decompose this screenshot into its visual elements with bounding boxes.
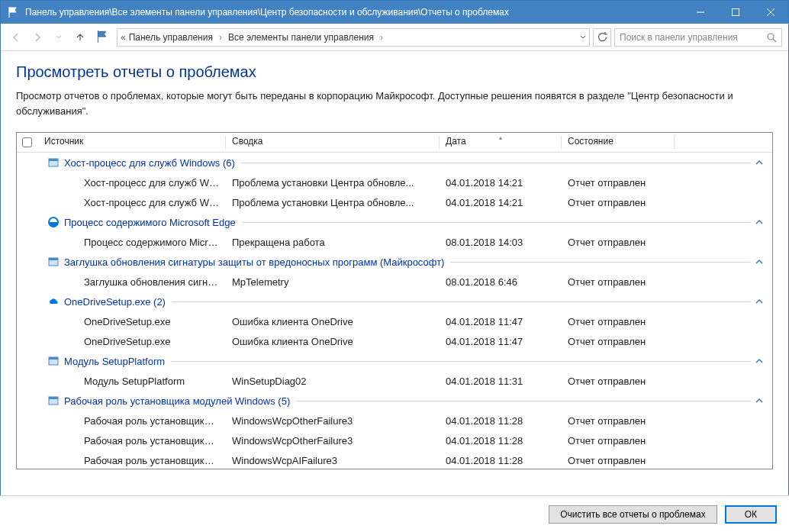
table-row[interactable]: Рабочая роль установщика м...WindowsWcpO… [17, 430, 772, 450]
maximize-button[interactable] [718, 1, 753, 24]
cell-summary: Проблема установки Центра обновле... [226, 197, 440, 208]
cell-date: 04.01.2018 11:47 [440, 336, 562, 347]
recent-dropdown[interactable] [50, 28, 68, 47]
cell-status: Отчет отправлен [562, 197, 675, 208]
back-button[interactable] [7, 28, 25, 47]
page-title: Просмотреть отчеты о проблемах [16, 63, 773, 81]
cell-date: 04.01.2018 14:21 [440, 197, 562, 208]
group-line [296, 401, 751, 401]
cell-summary: Ошибка клиента OneDrive [226, 316, 440, 327]
search-icon [766, 32, 777, 43]
search-placeholder: Поиск в панели управления [620, 32, 738, 43]
group-line [241, 163, 751, 163]
app-icon [47, 355, 60, 367]
app-icon [47, 395, 60, 407]
breadcrumb-item[interactable]: Все элементы панели управления [228, 32, 374, 43]
column-summary[interactable]: Сводка [226, 136, 440, 150]
svg-rect-10 [49, 397, 58, 399]
table-row[interactable]: OneDriveSetup.exeОшибка клиента OneDrive… [17, 331, 772, 351]
column-source[interactable]: Источник [38, 136, 226, 150]
cell-summary: Проблема установки Центра обновле... [226, 177, 440, 189]
chevron-right-icon: › [216, 32, 225, 43]
svg-rect-0 [733, 9, 739, 16]
cell-status: Отчет отправлен [562, 415, 675, 427]
titlebar: Панель управления\Все элементы панели уп… [1, 1, 788, 24]
content-area: Просмотреть отчеты о проблемах Просмотр … [1, 51, 788, 469]
cell-status: Отчет отправлен [562, 177, 675, 189]
refresh-button[interactable] [593, 28, 611, 47]
table-row[interactable]: Рабочая роль установщика м...WindowsWcpO… [17, 411, 772, 430]
app-icon [47, 156, 60, 169]
cell-status: Отчет отправлен [562, 376, 675, 387]
table-row[interactable]: Заглушка обновления сигнат...MpTelemetry… [17, 272, 772, 292]
group-header[interactable]: Хост-процесс для служб Windows (6) [17, 153, 772, 172]
chevron-up-icon[interactable] [755, 298, 763, 305]
cell-date: 08.01.2018 6:46 [440, 276, 562, 288]
minimize-button[interactable] [683, 1, 718, 24]
group-name: Хост-процесс для служб Windows (6) [64, 157, 235, 169]
footer: Очистить все отчеты о проблемах ОК [0, 495, 789, 532]
group-header[interactable]: OneDriveSetup.exe (2) [17, 292, 772, 311]
chevron-up-icon[interactable] [755, 159, 763, 166]
cell-status: Отчет отправлен [562, 316, 675, 327]
svg-point-1 [768, 34, 774, 40]
column-status[interactable]: Состояние [562, 136, 675, 150]
clear-reports-button[interactable]: Очистить все отчеты о проблемах [549, 505, 717, 524]
group-header[interactable]: Заглушка обновления сигнатуры защиты от … [17, 252, 772, 272]
cell-source: Рабочая роль установщика м... [38, 455, 226, 466]
up-button[interactable] [71, 28, 89, 47]
cell-date: 04.01.2018 11:28 [440, 455, 562, 466]
chevron-up-icon[interactable] [755, 258, 763, 266]
chevron-up-icon[interactable] [755, 357, 763, 365]
close-button[interactable] [753, 1, 788, 24]
cell-status: Отчет отправлен [562, 455, 675, 466]
cell-status: Отчет отправлен [562, 435, 675, 447]
chevron-left-icon: « [121, 32, 126, 43]
sort-arrow-icon: ▴ [499, 134, 502, 141]
cell-summary: MpTelemetry [226, 276, 440, 288]
cell-summary: WindowsWcpAIFailure3 [226, 455, 440, 466]
group-name: Рабочая роль установщика модулей Windows… [64, 395, 290, 407]
chevron-down-icon[interactable] [580, 34, 586, 40]
svg-rect-6 [49, 258, 58, 260]
table-header: Источник Сводка ▴ Дата Состояние [17, 133, 772, 153]
cell-source: Хост-процесс для служб Win... [38, 177, 226, 189]
breadcrumb[interactable]: « Панель управления › Все элементы панел… [117, 28, 590, 47]
table-row[interactable]: Хост-процесс для служб Win...Проблема ус… [17, 172, 772, 192]
group-header[interactable]: Модуль SetupPlatform [17, 351, 772, 371]
group-line [171, 361, 751, 362]
cell-date: 04.01.2018 14:21 [440, 177, 562, 189]
cell-date: 04.01.2018 11:28 [440, 415, 562, 427]
cell-source: Рабочая роль установщика м... [38, 415, 226, 427]
table-row[interactable]: Процесс содержимого Micro...Прекращена р… [17, 232, 772, 252]
table-row[interactable]: OneDriveSetup.exeОшибка клиента OneDrive… [17, 311, 772, 331]
cell-source: Заглушка обновления сигнат... [38, 276, 226, 288]
forward-button[interactable] [28, 28, 47, 47]
page-description: Просмотр отчетов о проблемах, которые мо… [16, 89, 773, 118]
table-row[interactable]: Хост-процесс для служб Win...Проблема ус… [17, 192, 772, 212]
app-icon [47, 295, 60, 308]
cell-source: Рабочая роль установщика м... [38, 435, 226, 447]
group-name: Заглушка обновления сигнатуры защиты от … [64, 256, 444, 268]
cell-date: 04.01.2018 11:47 [440, 316, 562, 327]
group-header[interactable]: Рабочая роль установщика модулей Windows… [17, 391, 772, 411]
select-all-checkbox[interactable] [17, 137, 38, 147]
cell-summary: Прекращена работа [226, 237, 440, 248]
cell-source: OneDriveSetup.exe [38, 316, 226, 327]
group-header[interactable]: Процесс содержимого Microsoft Edge [17, 212, 772, 232]
app-icon [47, 256, 60, 268]
ok-button[interactable]: ОК [725, 505, 777, 524]
cell-date: 04.01.2018 11:28 [440, 435, 562, 447]
chevron-right-icon: › [377, 32, 386, 43]
cell-summary: WindowsWcpOtherFailure3 [226, 415, 440, 427]
table-body: Хост-процесс для служб Windows (6)Хост-п… [17, 153, 772, 469]
chevron-up-icon[interactable] [755, 218, 763, 226]
table-row[interactable]: Модуль SetupPlatformWinSetupDiag0204.01.… [17, 371, 772, 391]
svg-rect-3 [49, 159, 58, 161]
chevron-up-icon[interactable] [755, 397, 763, 405]
column-date[interactable]: ▴ Дата [440, 136, 562, 150]
table-row[interactable]: Рабочая роль установщика м...WindowsWcpA… [17, 450, 772, 469]
breadcrumb-item[interactable]: Панель управления [129, 32, 213, 43]
cell-summary: WinSetupDiag02 [226, 376, 440, 387]
search-input[interactable]: Поиск в панели управления [614, 28, 782, 47]
